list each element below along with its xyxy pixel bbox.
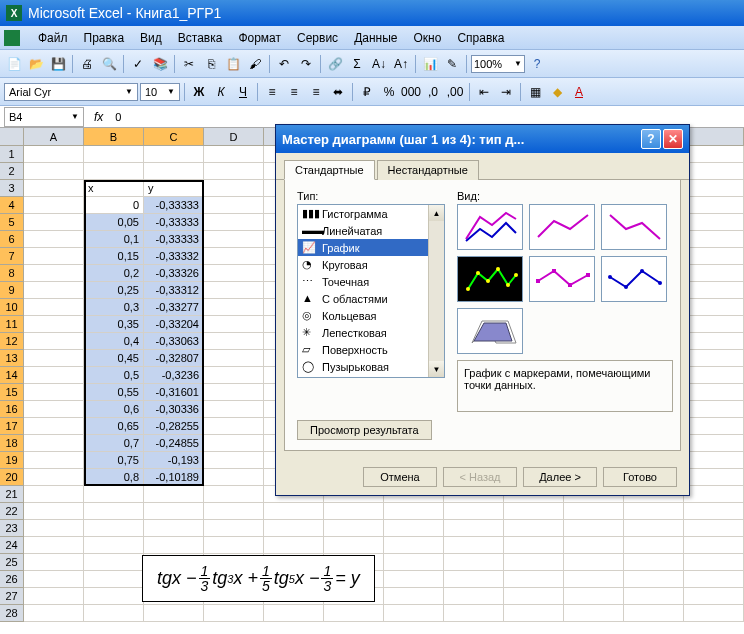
cell[interactable] — [504, 503, 564, 520]
cell[interactable] — [444, 537, 504, 554]
row-header[interactable]: 7 — [0, 248, 24, 265]
chart-icon[interactable]: 📊 — [420, 54, 440, 74]
align-center-icon[interactable]: ≡ — [284, 82, 304, 102]
cell[interactable]: -0,33063 — [144, 333, 204, 350]
cell[interactable] — [684, 146, 744, 163]
sort-asc-icon[interactable]: A↓ — [369, 54, 389, 74]
cell[interactable] — [684, 435, 744, 452]
cell[interactable]: 0,5 — [84, 367, 144, 384]
cell[interactable] — [324, 605, 384, 622]
cell[interactable] — [24, 333, 84, 350]
chart-type-item[interactable]: 📈График — [298, 239, 428, 256]
menu-data[interactable]: Данные — [346, 28, 405, 48]
cell[interactable] — [84, 537, 144, 554]
format-painter-icon[interactable]: 🖌 — [245, 54, 265, 74]
cell[interactable] — [564, 605, 624, 622]
chart-type-list[interactable]: ▮▮▮Гистограмма▬▬Линейчатая📈График◔Кругов… — [297, 204, 445, 378]
cell[interactable]: 0,7 — [84, 435, 144, 452]
cell[interactable]: x — [84, 180, 144, 197]
cell[interactable] — [684, 503, 744, 520]
row-header[interactable]: 11 — [0, 316, 24, 333]
percent-icon[interactable]: % — [379, 82, 399, 102]
cell[interactable]: 0,55 — [84, 384, 144, 401]
cell[interactable] — [684, 316, 744, 333]
print-icon[interactable]: 🖨 — [77, 54, 97, 74]
cell[interactable] — [24, 435, 84, 452]
cell[interactable] — [684, 571, 744, 588]
cancel-button[interactable]: Отмена — [363, 467, 437, 487]
subtype-3[interactable] — [601, 204, 667, 250]
tab-standard[interactable]: Стандартные — [284, 160, 375, 180]
dialog-help-button[interactable]: ? — [641, 129, 661, 149]
cell[interactable] — [204, 469, 264, 486]
row-header[interactable]: 26 — [0, 571, 24, 588]
cell[interactable] — [384, 571, 444, 588]
cell[interactable]: 0,35 — [84, 316, 144, 333]
scroll-up-icon[interactable]: ▲ — [429, 205, 444, 221]
row-header[interactable]: 4 — [0, 197, 24, 214]
cell[interactable]: 0,8 — [84, 469, 144, 486]
row-header[interactable]: 23 — [0, 520, 24, 537]
redo-icon[interactable]: ↷ — [296, 54, 316, 74]
font-size-combo[interactable]: 10▼ — [140, 83, 180, 101]
row-header[interactable]: 27 — [0, 588, 24, 605]
cell[interactable] — [384, 537, 444, 554]
fill-color-icon[interactable]: ◆ — [547, 82, 567, 102]
cell[interactable] — [684, 588, 744, 605]
row-header[interactable]: 14 — [0, 367, 24, 384]
cell[interactable] — [24, 418, 84, 435]
italic-icon[interactable]: К — [211, 82, 231, 102]
cell[interactable] — [684, 452, 744, 469]
cell[interactable] — [444, 520, 504, 537]
row-header[interactable]: 17 — [0, 418, 24, 435]
cell[interactable] — [204, 163, 264, 180]
align-right-icon[interactable]: ≡ — [306, 82, 326, 102]
chart-type-item[interactable]: ◔Круговая — [298, 256, 428, 273]
row-header[interactable]: 3 — [0, 180, 24, 197]
cell[interactable] — [684, 520, 744, 537]
cell[interactable] — [684, 299, 744, 316]
cell[interactable] — [24, 214, 84, 231]
dialog-close-button[interactable]: ✕ — [663, 129, 683, 149]
autosum-icon[interactable]: Σ — [347, 54, 367, 74]
cell[interactable] — [24, 452, 84, 469]
cell[interactable] — [684, 469, 744, 486]
cell[interactable] — [204, 299, 264, 316]
chart-type-item[interactable]: ⋯Точечная — [298, 273, 428, 290]
cell[interactable] — [24, 146, 84, 163]
subtype-6[interactable] — [601, 256, 667, 302]
cell[interactable] — [204, 146, 264, 163]
cell[interactable] — [264, 605, 324, 622]
cell[interactable]: 0,6 — [84, 401, 144, 418]
font-color-icon[interactable]: A — [569, 82, 589, 102]
subtype-1[interactable] — [457, 204, 523, 250]
cell[interactable] — [24, 605, 84, 622]
cell[interactable] — [84, 605, 144, 622]
cell[interactable] — [624, 554, 684, 571]
cell[interactable] — [624, 503, 684, 520]
cell[interactable] — [264, 537, 324, 554]
cell[interactable] — [444, 605, 504, 622]
cell[interactable]: 0,15 — [84, 248, 144, 265]
cell[interactable] — [384, 605, 444, 622]
chart-type-item[interactable]: ▮▮▮Гистограмма — [298, 205, 428, 222]
cell[interactable] — [504, 554, 564, 571]
cell[interactable] — [84, 554, 144, 571]
col-header-b[interactable]: B — [84, 128, 144, 146]
underline-icon[interactable]: Ч — [233, 82, 253, 102]
menu-file[interactable]: Файл — [30, 28, 76, 48]
cell[interactable] — [684, 248, 744, 265]
name-box[interactable]: B4▼ — [4, 107, 84, 127]
subtype-5[interactable] — [529, 256, 595, 302]
row-header[interactable]: 25 — [0, 554, 24, 571]
cell[interactable] — [24, 486, 84, 503]
cell[interactable]: -0,3236 — [144, 367, 204, 384]
cell[interactable] — [204, 367, 264, 384]
chart-type-item[interactable]: ▬▬Линейчатая — [298, 222, 428, 239]
app-menu-icon[interactable] — [4, 30, 20, 46]
cell[interactable]: 0,65 — [84, 418, 144, 435]
copy-icon[interactable]: ⎘ — [201, 54, 221, 74]
next-button[interactable]: Далее > — [523, 467, 597, 487]
cell[interactable] — [84, 520, 144, 537]
cell[interactable] — [684, 537, 744, 554]
